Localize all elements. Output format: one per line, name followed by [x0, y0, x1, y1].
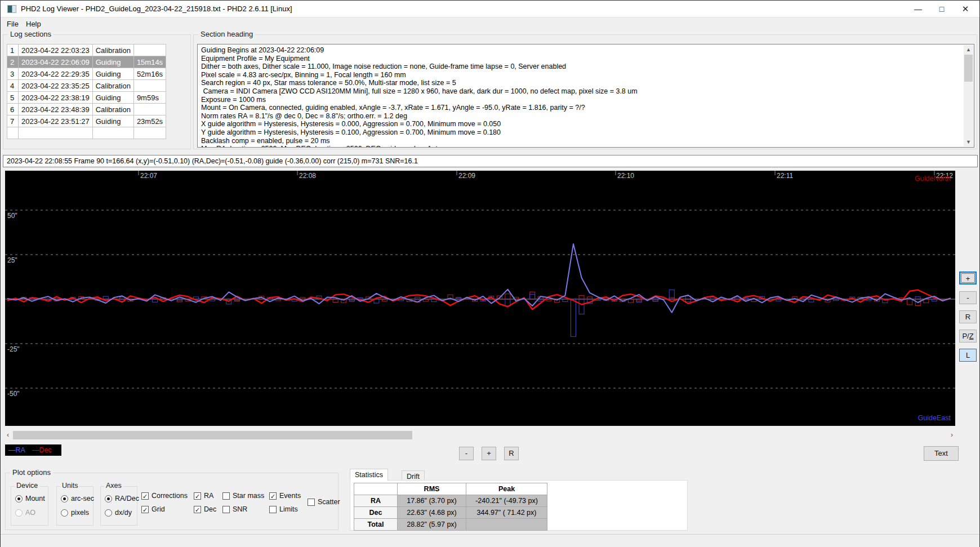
log-section-cell: 2 — [7, 56, 19, 68]
y-axis-label: -25" — [7, 345, 20, 353]
correction-pulse — [530, 292, 535, 299]
checkbox-star-mass[interactable] — [222, 492, 230, 500]
chart-button-p-z[interactable]: P/Z — [959, 330, 977, 343]
correction-pulse — [907, 299, 912, 305]
stats-rms-value: 22.63" (4.68 px) — [398, 507, 466, 519]
chart-button-r[interactable]: R — [959, 310, 977, 323]
hscroll-right-icon[interactable]: › — [948, 430, 956, 439]
checkbox-grid[interactable]: ✓ — [141, 506, 149, 513]
log-section-row[interactable]: 12023-04-22 22:03:23Calibration — [7, 45, 166, 56]
tab-statistics[interactable]: Statistics — [350, 469, 388, 481]
log-section-row[interactable]: 42023-04-22 23:35:25Calibration — [7, 80, 166, 92]
y-axis-label: -50" — [7, 390, 20, 398]
log-text-line: X guide algorithm = Hysteresis, Hysteres… — [201, 120, 961, 128]
radio-arc-sec[interactable] — [61, 495, 68, 502]
correction-pulse — [563, 299, 568, 301]
checkbox-ra[interactable]: ✓ — [194, 492, 201, 500]
log-section-cell: 2023-04-22 22:06:09 — [19, 56, 93, 68]
menu-help[interactable]: Help — [22, 19, 45, 29]
heading-scrollbar[interactable]: ▲ ▼ — [964, 45, 973, 146]
log-section-cell: Calibration — [92, 104, 133, 115]
correction-pulse — [866, 299, 871, 301]
correction-pulse — [234, 299, 239, 301]
checkbox-label: Limits — [279, 505, 298, 513]
zoom-button-minus[interactable]: - — [459, 447, 474, 460]
checkbox-label: Grid — [152, 505, 165, 513]
log-sections-table: 12023-04-22 22:03:23Calibration22023-04-… — [7, 44, 166, 139]
log-section-row[interactable]: 32023-04-22 22:29:35Guiding52m16s — [7, 68, 166, 80]
log-section-cell: Calibration — [92, 45, 133, 56]
log-text-line: Norm rates RA = 8.1"/s @ dec 0, Dec = 8.… — [201, 112, 961, 121]
menu-file[interactable]: File — [3, 19, 23, 29]
correction-pulse — [333, 299, 338, 303]
frame-status-line: 2023-04-22 22:08:55 Frame 90 t=166.64 (x… — [3, 155, 978, 167]
radio-label: RA/Dec — [115, 495, 139, 502]
log-section-row[interactable]: 72023-04-22 23:51:27Guiding23m52s — [7, 115, 166, 127]
log-section-cell: 2023-04-22 22:29:35 — [19, 68, 93, 80]
checkbox-events[interactable]: ✓ — [269, 492, 277, 500]
radio-dx-dy[interactable] — [105, 509, 112, 517]
log-section-row[interactable]: 62023-04-22 23:48:39Calibration — [7, 104, 166, 115]
scroll-down-icon[interactable]: ▼ — [964, 137, 973, 146]
correction-pulse — [587, 297, 593, 299]
checkbox-limits[interactable] — [269, 506, 277, 513]
stats-header-cell — [354, 483, 398, 495]
section-heading-lines: Guiding Begins at 2023-04-22 22:06:09Equ… — [201, 46, 961, 148]
maximize-button[interactable]: □ — [932, 1, 951, 17]
log-section-cell — [133, 45, 166, 56]
radio-label: AO — [25, 509, 35, 517]
legend-item-dec: —Dec — [32, 446, 52, 454]
log-section-row[interactable] — [7, 127, 166, 139]
correction-pulse — [915, 297, 920, 299]
log-section-cell: 15m14s — [133, 56, 166, 68]
log-section-cell: 4 — [7, 80, 19, 92]
checkbox-snr[interactable] — [222, 506, 230, 513]
log-section-cell — [19, 127, 93, 139]
zoom-button-reset[interactable]: R — [504, 447, 519, 460]
correction-pulse — [685, 299, 691, 302]
log-section-row[interactable]: 52023-04-22 23:38:19Guiding9m59s — [7, 92, 166, 104]
correction-pulse — [153, 299, 158, 302]
log-section-cell: 2023-04-22 23:51:27 — [19, 115, 93, 127]
zoom-button-plus[interactable]: + — [482, 447, 496, 460]
radio-ao[interactable] — [15, 509, 23, 517]
section-heading-textarea[interactable]: Guiding Begins at 2023-04-22 22:06:09Equ… — [197, 44, 974, 148]
scrollbar-thumb[interactable] — [964, 55, 973, 82]
chart-button-+[interactable]: + — [959, 272, 977, 284]
stats-row-header: RA — [354, 495, 398, 507]
stats-row-header: Total — [354, 519, 398, 531]
radio-mount[interactable] — [15, 495, 23, 502]
hscroll-left-icon[interactable]: ‹ — [4, 430, 12, 439]
chart-button--[interactable]: - — [959, 291, 977, 304]
log-text-line: Camera = INDI Camera [ZWO CCD ASI120MM M… — [201, 87, 961, 96]
chart-button-l[interactable]: L — [959, 349, 977, 362]
scroll-up-icon[interactable]: ▲ — [964, 45, 973, 54]
guide-chart-svg: 50"25"-25"-50"22:0722:0822:0922:1022:112… — [5, 171, 955, 426]
checkbox-corrections[interactable]: ✓ — [141, 492, 149, 500]
checkbox-label: Star mass — [233, 492, 264, 500]
correction-pulse — [530, 295, 535, 299]
checkbox-label: RA — [204, 492, 213, 500]
close-button[interactable]: ✕ — [956, 1, 975, 17]
log-section-cell: 9m59s — [133, 92, 166, 104]
checkbox-scatter[interactable] — [308, 499, 315, 506]
minimize-button[interactable]: — — [908, 1, 928, 17]
option-group-label: Device — [15, 482, 39, 490]
checkbox-dec[interactable]: ✓ — [194, 506, 201, 513]
log-section-cell — [7, 127, 19, 139]
radio-ra-dec[interactable] — [105, 495, 112, 502]
correction-pulse — [546, 299, 551, 301]
correction-pulse — [776, 299, 781, 301]
radio-pixels[interactable] — [61, 509, 68, 517]
window-title: PHD2 Log Viewer - PHD2_GuideLog_2023-04-… — [21, 5, 292, 13]
option-group-units: Unitsarc-secpixels — [56, 486, 93, 526]
hscroll-thumb[interactable] — [13, 431, 412, 439]
log-section-row[interactable]: 22023-04-22 22:06:09Guiding15m14s — [7, 56, 166, 68]
text-button[interactable]: Text — [924, 446, 959, 461]
log-section-cell: 23m52s — [133, 115, 166, 127]
log-section-cell: Calibration — [92, 80, 133, 92]
log-section-cell: 2023-04-22 22:03:23 — [19, 45, 93, 56]
guide-chart[interactable]: 50"25"-25"-50"22:0722:0822:0922:1022:112… — [5, 171, 955, 426]
log-text-line: Exposure = 1000 ms — [201, 96, 961, 104]
correction-pulse — [932, 299, 937, 301]
